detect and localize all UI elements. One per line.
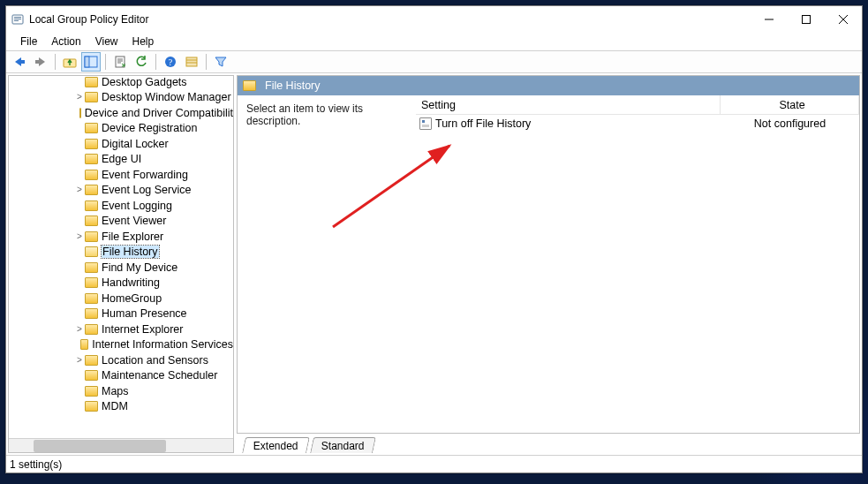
chevron-right-icon[interactable]: >: [74, 356, 85, 365]
tree-item-label: MDM: [102, 400, 128, 412]
tree-item-label: Location and Sensors: [102, 354, 208, 367]
folder-icon: [85, 308, 98, 319]
tree-item[interactable]: >Maintenance Scheduler: [9, 368, 233, 384]
tree-item[interactable]: >Internet Explorer: [9, 321, 233, 337]
folder-icon: [85, 386, 98, 397]
settings-list: Setting State Turn off File History Not …: [416, 95, 859, 433]
folder-icon: [80, 339, 88, 350]
tree-item-label: Event Forwarding: [102, 169, 188, 181]
column-header-setting[interactable]: Setting: [416, 95, 721, 115]
setting-state: Not configured: [754, 117, 826, 130]
folder-icon: [85, 139, 98, 149]
tree-item[interactable]: >Handwriting: [9, 276, 233, 291]
toolbar: ?: [6, 50, 862, 73]
svg-rect-2: [14, 19, 21, 19]
folder-icon: [85, 200, 98, 211]
tree-item[interactable]: >Desktop Gadgets: [9, 76, 233, 90]
tree-item[interactable]: >Find My Device: [9, 260, 233, 276]
refresh-button[interactable]: [132, 52, 151, 72]
chevron-right-icon[interactable]: >: [74, 93, 85, 102]
titlebar: Local Group Policy Editor: [6, 6, 862, 33]
list-header: Setting State: [416, 95, 859, 115]
list-row[interactable]: Turn off File History Not configured: [416, 115, 859, 132]
tree-item[interactable]: >Human Presence: [9, 306, 233, 322]
filter-button[interactable]: [211, 52, 230, 72]
panel-header: File History: [238, 76, 859, 95]
nav-forward-button[interactable]: [31, 52, 50, 72]
menu-action[interactable]: Action: [44, 34, 87, 49]
help-button[interactable]: ?: [161, 52, 180, 72]
minimize-button[interactable]: [751, 7, 788, 32]
folder-icon: [79, 108, 81, 118]
scroll-track[interactable]: [34, 440, 208, 452]
chevron-right-icon[interactable]: >: [74, 325, 85, 334]
chevron-right-icon[interactable]: >: [74, 232, 85, 241]
folder-icon: [85, 355, 98, 366]
app-window: Local Group Policy Editor File Action Vi…: [5, 5, 863, 473]
details-panel: File History Select an item to view its …: [237, 75, 860, 434]
tree-item-label: Event Log Service: [102, 184, 191, 196]
folder-icon: [85, 324, 98, 335]
tree-horizontal-scrollbar[interactable]: [9, 438, 233, 452]
app-icon: [11, 13, 24, 26]
tree-item-label: Maintenance Scheduler: [102, 369, 217, 382]
tree-item[interactable]: >Event Logging: [9, 198, 233, 214]
show-hide-tree-button[interactable]: [81, 52, 101, 72]
tab-standard[interactable]: Standard: [310, 437, 376, 453]
folder-icon: [85, 246, 98, 257]
menu-help[interactable]: Help: [125, 34, 162, 49]
scroll-thumb[interactable]: [34, 440, 166, 452]
tree-item[interactable]: >Event Forwarding: [9, 167, 233, 183]
tree-item[interactable]: >Event Viewer: [9, 214, 233, 230]
folder-icon: [85, 123, 98, 133]
close-button[interactable]: [825, 7, 862, 32]
folder-icon: [85, 262, 98, 273]
tree-item[interactable]: >Desktop Window Manager: [9, 90, 233, 106]
folder-icon: [85, 231, 98, 242]
menu-file[interactable]: File: [13, 34, 44, 49]
menubar: File Action View Help: [6, 33, 862, 50]
tree-item[interactable]: >Maps: [9, 383, 233, 399]
chevron-right-icon[interactable]: >: [74, 185, 85, 194]
svg-rect-3: [14, 20, 19, 21]
tree-item-label: Device Registration: [102, 122, 197, 134]
tab-extended[interactable]: Extended: [242, 437, 310, 453]
svg-rect-9: [35, 60, 40, 64]
tree-item[interactable]: >File Explorer: [9, 229, 233, 245]
statusbar: 1 setting(s): [6, 455, 862, 473]
setting-cell: Turn off File History: [416, 117, 721, 130]
tree-item[interactable]: >Event Log Service: [9, 183, 233, 199]
tree-item-label: Device and Driver Compatibility: [85, 107, 233, 119]
tree-item[interactable]: >Edge UI: [9, 152, 233, 168]
panel-tabs: Extended Standard: [237, 435, 860, 453]
svg-rect-5: [803, 16, 811, 24]
tree-item[interactable]: >Digital Locker: [9, 136, 233, 152]
folder-icon: [85, 370, 98, 381]
description-column: Select an item to view its description.: [238, 95, 416, 433]
nav-back-button[interactable]: [10, 52, 29, 72]
tree-item[interactable]: >Device Registration: [9, 121, 233, 137]
menu-view[interactable]: View: [88, 34, 125, 49]
window-title: Local Group Policy Editor: [29, 13, 148, 26]
panel-title: File History: [265, 79, 321, 92]
tree-item[interactable]: >Device and Driver Compatibility: [9, 105, 233, 121]
right-pane: File History Select an item to view its …: [237, 75, 860, 453]
maximize-button[interactable]: [788, 7, 825, 32]
svg-rect-16: [186, 57, 197, 66]
state-cell: Not configured: [721, 117, 859, 130]
column-header-state[interactable]: State: [721, 95, 859, 115]
folder-icon: [85, 401, 98, 412]
tree-item[interactable]: >MDM: [9, 399, 233, 415]
tree-item[interactable]: >File History: [9, 245, 233, 261]
toolbar-separator: [55, 54, 56, 70]
tree-item[interactable]: >Location and Sensors: [9, 352, 233, 368]
folder-icon: [85, 185, 98, 195]
export-list-button[interactable]: [110, 52, 130, 72]
tree-scroll[interactable]: >Desktop Gadgets>Desktop Window Manager>…: [9, 76, 233, 438]
standard-toolbar-button[interactable]: [182, 52, 201, 72]
tree-item[interactable]: >HomeGroup: [9, 291, 233, 306]
svg-rect-12: [85, 57, 89, 67]
folder-up-button[interactable]: [60, 52, 79, 72]
tree-item[interactable]: >Internet Information Services: [9, 337, 233, 353]
tree: >Desktop Gadgets>Desktop Window Manager>…: [9, 76, 233, 414]
